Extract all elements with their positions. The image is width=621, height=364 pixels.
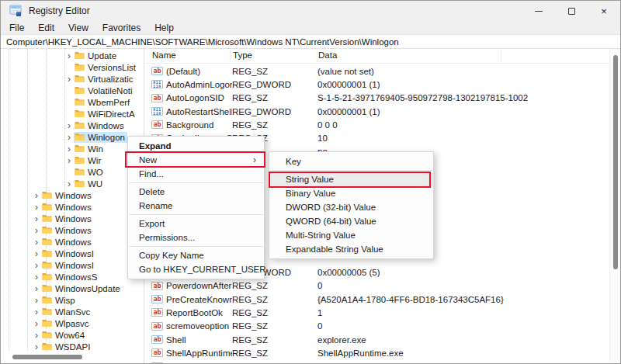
chevron-right-icon[interactable]: ›: [32, 238, 41, 246]
table-row-shellappruntime[interactable]: abShellAppRuntimeREG_SZShellAppRuntime.e…: [144, 346, 609, 359]
tree-item-wlpasvc[interactable]: ›Wlpasvc: [1, 317, 144, 329]
submenu-item-binary-value[interactable]: Binary Value: [269, 186, 433, 200]
value-name: AutoRestartShell: [166, 107, 232, 116]
chevron-right-icon[interactable]: ›: [32, 308, 41, 316]
value-data: 0x00000001 (1): [317, 80, 609, 89]
submenu-item-expandable-string-value[interactable]: Expandable String Value: [269, 242, 433, 256]
chevron-right-icon[interactable]: ›: [32, 285, 41, 293]
menu-file[interactable]: File: [2, 21, 31, 34]
context-menu-item-copy-key-name[interactable]: Copy Key Name: [128, 248, 264, 262]
tree-item-wisp[interactable]: ›Wisp: [1, 294, 144, 306]
context-menu-item-go-to-hkey-current-user[interactable]: Go to HKEY_CURRENT_USER: [128, 262, 264, 276]
tree-item-windows[interactable]: ›Windows: [1, 189, 144, 201]
tree-item-windowsupdate[interactable]: ›WindowsUpdate: [1, 283, 144, 294]
menu-edit[interactable]: Edit: [31, 21, 61, 34]
submenu-item-dword-32-bit-value[interactable]: DWORD (32-bit) Value: [269, 200, 433, 214]
tree-item-windowsi[interactable]: ›WindowsI: [1, 248, 144, 259]
tree-item-windows[interactable]: ›Windows: [1, 236, 144, 248]
tree-item-wo[interactable]: WO: [1, 166, 144, 178]
chevron-right-icon[interactable]: ›: [32, 250, 41, 258]
table-row-shell[interactable]: abShellREG_SZexplorer.exe: [144, 333, 609, 346]
list-header: Name Type Data: [144, 49, 609, 64]
tree-item-windows[interactable]: ›Windows: [1, 224, 144, 236]
chevron-right-icon[interactable]: ›: [64, 180, 74, 188]
chevron-right-icon[interactable]: ›: [64, 52, 74, 60]
table-row-default[interactable]: ab(Default)REG_SZ(value not set): [144, 64, 609, 78]
table-row-scremoveoption[interactable]: abscremoveoptionREG_SZ0: [144, 320, 609, 333]
tree-item-wow64[interactable]: ›Wow64: [1, 329, 144, 341]
tree-item-wifidirecta[interactable]: WiFiDirectA: [1, 108, 144, 120]
chevron-right-icon[interactable]: ›: [32, 331, 41, 339]
dword-icon-bits: 110: [153, 112, 161, 116]
vertical-scrollbar-track[interactable]: [609, 49, 620, 363]
tree-item-wsdapi[interactable]: ›WSDAPI: [1, 341, 144, 352]
table-row-background[interactable]: abBackgroundREG_SZ0 0 0: [144, 118, 609, 131]
chevron-right-icon[interactable]: ›: [64, 157, 74, 165]
column-header-data[interactable]: Data: [318, 50, 337, 60]
chevron-right-icon[interactable]: ›: [64, 145, 74, 153]
chevron-right-icon[interactable]: ›: [32, 203, 41, 211]
submenu-item-key[interactable]: Key: [269, 154, 433, 168]
chevron-right-icon[interactable]: ›: [32, 227, 41, 234]
context-menu-item-rename[interactable]: Rename: [128, 199, 264, 213]
chevron-right-icon[interactable]: ›: [64, 122, 74, 130]
tree-item-windowsi[interactable]: ›WindowsI: [1, 259, 144, 271]
tree-item-content: WindowsUpdate: [41, 283, 123, 294]
menu-view[interactable]: View: [61, 21, 95, 34]
context-menu-item-export[interactable]: Export: [128, 217, 264, 231]
menu-help[interactable]: Help: [147, 21, 181, 34]
table-row-reportbootok[interactable]: abReportBootOkREG_SZ1: [144, 306, 609, 319]
table-row-shellcritical[interactable]: 011110ShellCriticalREG_DWORD0x00000000 (…: [144, 360, 609, 363]
tree-item-wir[interactable]: ›Wir: [1, 154, 144, 166]
address-bar[interactable]: Computer\HKEY_LOCAL_MACHINE\SOFTWARE\Mic…: [1, 34, 620, 49]
table-row-precreateknownf[interactable]: abPreCreateKnownF...REG_SZ{A520A1A4-1780…: [144, 293, 609, 306]
submenu-item-multi-string-value[interactable]: Multi-String Value: [269, 228, 433, 242]
folder-icon: [75, 109, 85, 118]
vertical-scrollbar-thumb[interactable]: [613, 55, 618, 269]
tree-item-windows[interactable]: ›Windows: [1, 213, 144, 224]
tree-item-win[interactable]: ›Win: [1, 143, 144, 154]
context-menu-item-delete[interactable]: Delete: [128, 185, 264, 199]
tree-item-virtualizatic[interactable]: ›Virtualizatic: [1, 73, 144, 85]
tree-item-versionslist[interactable]: VersionsList: [1, 61, 144, 73]
folder-icon: [42, 237, 52, 246]
chevron-right-icon[interactable]: ›: [64, 75, 74, 83]
title-bar: Registry Editor ×: [1, 1, 620, 21]
maximize-button[interactable]: [555, 1, 588, 21]
chevron-right-icon[interactable]: ›: [32, 273, 41, 281]
submenu-item-qword-64-bit-value[interactable]: QWORD (64-bit) Value: [269, 214, 433, 228]
context-menu-item-permissions[interactable]: Permissions...: [128, 231, 264, 244]
table-row-autologonsid[interactable]: abAutoLogonSIDREG_SZS-1-5-21-3971769405-…: [144, 92, 609, 105]
chevron-right-icon[interactable]: ›: [32, 262, 41, 269]
tree-item-wbemperf[interactable]: WbemPerf: [1, 96, 144, 108]
tree-item-wlansvc[interactable]: ›WlanSvc: [1, 306, 144, 317]
tree-item-windows[interactable]: ›Windows: [1, 201, 144, 213]
tree-item-volatilenoti[interactable]: VolatileNoti: [1, 85, 144, 96]
folder-icon: [42, 284, 52, 293]
tree-item-winlogon[interactable]: ›Winlogon: [1, 131, 144, 143]
table-row-powerdownafters[interactable]: abPowerdownAfterS...REG_SZ0: [144, 279, 609, 293]
close-button[interactable]: ×: [588, 1, 620, 21]
column-separator: [501, 50, 501, 62]
tree-item-windows[interactable]: ›Windows: [1, 120, 144, 131]
chevron-right-icon[interactable]: ›: [32, 343, 41, 351]
tree-item-wu[interactable]: ›WU: [1, 178, 144, 189]
chevron-right-icon[interactable]: ›: [32, 215, 41, 223]
chevron-right-icon[interactable]: ›: [32, 192, 41, 199]
chevron-right-icon[interactable]: ›: [32, 320, 41, 328]
folder-icon: [42, 319, 52, 328]
chevron-right-icon[interactable]: ›: [32, 296, 41, 304]
tree-item-content: WiFiDirectA: [74, 109, 137, 120]
tree-item-windowss[interactable]: ›WindowsS: [1, 271, 144, 283]
column-header-type[interactable]: Type: [233, 50, 252, 60]
chevron-right-icon[interactable]: ›: [64, 133, 74, 141]
minimize-button[interactable]: [522, 1, 555, 21]
tree-horizontal-scrollbar[interactable]: [12, 355, 82, 359]
table-row-autoadminlogon[interactable]: 011110AutoAdminLogonREG_DWORD0x00000001 …: [144, 78, 609, 91]
menu-favorites[interactable]: Favorites: [95, 21, 147, 34]
tree-item-update[interactable]: ›Update: [1, 50, 144, 61]
tree-item-content: Win: [74, 144, 106, 154]
column-header-name[interactable]: Name: [152, 50, 176, 60]
table-row-autorestartshell[interactable]: 011110AutoRestartShellREG_DWORD0x0000000…: [144, 105, 609, 118]
context-menu-item-find[interactable]: Find...: [128, 167, 264, 181]
